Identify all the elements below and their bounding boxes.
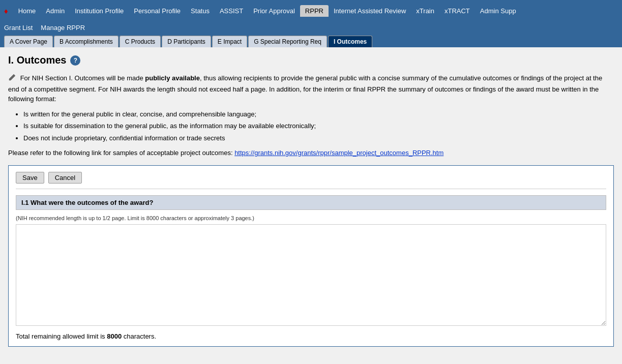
cancel-button[interactable]: Cancel	[48, 172, 82, 184]
nav-admin-supp[interactable]: Admin Supp	[475, 7, 521, 15]
btn-row: Save Cancel	[16, 172, 606, 189]
page-title: I. Outcomes	[8, 54, 66, 66]
nav-institution-profile[interactable]: Institution Profile	[70, 7, 129, 15]
outcomes-textarea[interactable]	[16, 224, 606, 326]
nav-personal-profile[interactable]: Personal Profile	[129, 7, 186, 15]
page-title-row: I. Outcomes ?	[8, 54, 614, 66]
tab-impact[interactable]: E Impact	[212, 36, 247, 47]
top-nav: ♦ Home Admin Institution Profile Persona…	[0, 0, 622, 21]
textarea-hint: (NIH recommended length is up to 1/2 pag…	[16, 215, 606, 221]
bullet-1: Is written for the general public in cle…	[23, 109, 614, 119]
info-bullets: Is written for the general public in cle…	[23, 109, 614, 143]
tab-outcomes[interactable]: I Outcomes	[328, 36, 372, 47]
remaining-chars: Total remaining allowed limit is 8000 ch…	[16, 332, 606, 340]
secondary-nav: Grant List Manage RPPR	[0, 21, 622, 34]
link-prefix-text: Please refer to the following link for s…	[8, 149, 233, 157]
nav-prior-approval[interactable]: Prior Approval	[248, 7, 300, 15]
remaining-suffix: characters.	[124, 332, 156, 340]
info-bold: publicly available	[145, 74, 200, 82]
section-header: I.1 What were the outcomes of the award?	[16, 195, 606, 210]
tab-accomplishments[interactable]: B Accomplishments	[54, 36, 119, 47]
outcomes-link[interactable]: https://grants.nih.gov/grants/rppr/sampl…	[234, 149, 443, 157]
tab-cover-page[interactable]: A Cover Page	[4, 36, 53, 47]
help-icon[interactable]: ?	[70, 55, 80, 66]
tab-products[interactable]: C Products	[120, 36, 161, 47]
edit-pencil-icon	[8, 73, 16, 84]
link-row: Please refer to the following link for s…	[8, 148, 614, 158]
info-section: For NIH Section I. Outcomes will be made…	[8, 73, 614, 158]
grant-list-link[interactable]: Grant List	[4, 24, 33, 32]
nav-xtrain[interactable]: xTrain	[411, 7, 439, 15]
nav-xtract[interactable]: xTRACT	[439, 7, 475, 15]
section-tabs: A Cover Page B Accomplishments C Product…	[0, 34, 622, 47]
nav-internet-assisted-review[interactable]: Internet Assisted Review	[329, 7, 411, 15]
nav-home[interactable]: Home	[13, 7, 41, 15]
nav-status[interactable]: Status	[186, 7, 215, 15]
bullet-2: Is suitable for dissemination to the gen…	[23, 121, 614, 131]
remaining-count: 8000	[107, 332, 122, 340]
remaining-prefix: Total remaining allowed limit is	[16, 332, 105, 340]
main-content: I. Outcomes ? For NIH Section I. Outcome…	[0, 47, 622, 364]
bullet-3: Does not include proprietary, confidenti…	[23, 133, 614, 143]
nav-admin[interactable]: Admin	[41, 7, 70, 15]
form-container: Save Cancel I.1 What were the outcomes o…	[8, 165, 614, 347]
textarea-wrapper: (NIH recommended length is up to 1/2 pag…	[16, 215, 606, 327]
save-button[interactable]: Save	[16, 172, 44, 184]
info-text-1: For NIH Section I. Outcomes will be made	[20, 74, 145, 82]
logo: ♦	[4, 7, 8, 15]
tab-special-reporting[interactable]: G Special Reporting Req	[248, 36, 327, 47]
nav-rppr[interactable]: RPPR	[300, 5, 329, 17]
nav-assist[interactable]: ASSIST	[215, 7, 248, 15]
manage-rppr-link[interactable]: Manage RPPR	[41, 24, 85, 32]
tab-participants[interactable]: D Participants	[162, 36, 211, 47]
